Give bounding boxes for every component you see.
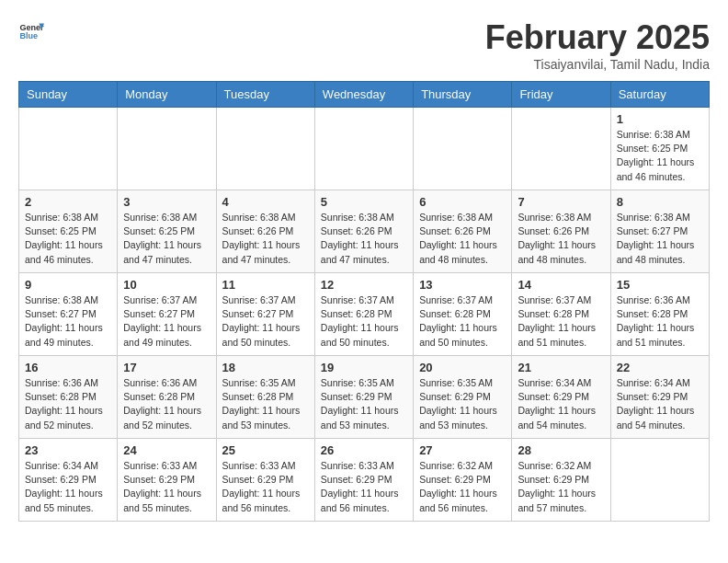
day-info-10: Sunrise: 6:37 AMSunset: 6:27 PMDaylight:… [123,293,210,350]
day-cell-20: 20Sunrise: 6:35 AMSunset: 6:29 PMDayligh… [414,356,512,439]
day-info-16: Sunrise: 6:36 AMSunset: 6:28 PMDaylight:… [25,376,111,432]
day-cell-16: 16Sunrise: 6:36 AMSunset: 6:28 PMDayligh… [19,356,118,439]
week-row-1: 1Sunrise: 6:38 AMSunset: 6:25 PMDaylight… [19,108,710,190]
day-cell-18: 18Sunrise: 6:35 AMSunset: 6:28 PMDayligh… [216,356,314,439]
day-number-16: 16 [25,361,111,374]
weekday-header-monday: Monday [118,82,216,108]
day-number-4: 4 [222,195,309,209]
day-info-8: Sunrise: 6:38 AMSunset: 6:27 PMDaylight:… [617,211,703,267]
day-number-25: 25 [222,443,309,457]
month-title: February 2025 [485,18,710,57]
day-number-13: 13 [419,278,506,292]
day-info-11: Sunrise: 6:37 AMSunset: 6:27 PMDaylight:… [222,293,309,350]
day-number-28: 28 [518,443,604,457]
day-number-10: 10 [123,278,210,292]
day-number-14: 14 [518,278,604,292]
day-number-21: 21 [518,361,604,374]
day-info-15: Sunrise: 6:36 AMSunset: 6:28 PMDaylight:… [617,293,703,350]
week-row-3: 9Sunrise: 6:38 AMSunset: 6:27 PMDaylight… [19,273,710,356]
week-row-2: 2Sunrise: 6:38 AMSunset: 6:25 PMDaylight… [19,190,710,273]
empty-cell [414,108,512,190]
day-info-19: Sunrise: 6:35 AMSunset: 6:29 PMDaylight:… [321,376,407,432]
logo: General Blue [18,18,44,44]
day-info-14: Sunrise: 6:37 AMSunset: 6:28 PMDaylight:… [518,293,604,350]
day-cell-4: 4Sunrise: 6:38 AMSunset: 6:26 PMDaylight… [216,190,314,273]
calendar-table: SundayMondayTuesdayWednesdayThursdayFrid… [18,81,710,522]
day-info-5: Sunrise: 6:38 AMSunset: 6:26 PMDaylight:… [321,211,407,267]
day-info-24: Sunrise: 6:33 AMSunset: 6:29 PMDaylight:… [123,459,210,515]
day-number-18: 18 [222,361,309,374]
day-number-27: 27 [419,443,506,457]
empty-cell [118,108,216,190]
day-cell-26: 26Sunrise: 6:33 AMSunset: 6:29 PMDayligh… [314,439,413,522]
day-info-4: Sunrise: 6:38 AMSunset: 6:26 PMDaylight:… [222,211,309,267]
day-number-11: 11 [222,278,309,292]
empty-cell [610,439,709,522]
day-number-6: 6 [419,195,506,209]
day-number-22: 22 [617,361,703,374]
day-number-24: 24 [123,443,210,457]
day-info-25: Sunrise: 6:33 AMSunset: 6:29 PMDaylight:… [222,459,309,515]
location-subtitle: Tisaiyanvilai, Tamil Nadu, India [485,57,710,72]
day-cell-21: 21Sunrise: 6:34 AMSunset: 6:29 PMDayligh… [512,356,610,439]
day-cell-10: 10Sunrise: 6:37 AMSunset: 6:27 PMDayligh… [118,273,216,356]
day-cell-6: 6Sunrise: 6:38 AMSunset: 6:26 PMDaylight… [414,190,512,273]
day-info-21: Sunrise: 6:34 AMSunset: 6:29 PMDaylight:… [518,376,604,432]
day-cell-13: 13Sunrise: 6:37 AMSunset: 6:28 PMDayligh… [414,273,512,356]
day-number-20: 20 [419,361,506,374]
day-info-13: Sunrise: 6:37 AMSunset: 6:28 PMDaylight:… [419,293,506,350]
day-cell-5: 5Sunrise: 6:38 AMSunset: 6:26 PMDaylight… [314,190,413,273]
day-cell-28: 28Sunrise: 6:32 AMSunset: 6:29 PMDayligh… [512,439,610,522]
day-number-19: 19 [321,361,407,374]
day-cell-19: 19Sunrise: 6:35 AMSunset: 6:29 PMDayligh… [314,356,413,439]
day-cell-7: 7Sunrise: 6:38 AMSunset: 6:26 PMDaylight… [512,190,610,273]
day-info-18: Sunrise: 6:35 AMSunset: 6:28 PMDaylight:… [222,376,309,432]
empty-cell [314,108,413,190]
week-row-5: 23Sunrise: 6:34 AMSunset: 6:29 PMDayligh… [19,439,710,522]
day-number-5: 5 [321,195,407,209]
day-number-26: 26 [321,443,407,457]
empty-cell [216,108,314,190]
day-info-28: Sunrise: 6:32 AMSunset: 6:29 PMDaylight:… [518,459,604,515]
weekday-header-sunday: Sunday [19,82,118,108]
day-info-1: Sunrise: 6:38 AMSunset: 6:25 PMDaylight:… [617,128,703,184]
day-cell-27: 27Sunrise: 6:32 AMSunset: 6:29 PMDayligh… [414,439,512,522]
week-row-4: 16Sunrise: 6:36 AMSunset: 6:28 PMDayligh… [19,356,710,439]
day-info-22: Sunrise: 6:34 AMSunset: 6:29 PMDaylight:… [617,376,703,432]
day-cell-17: 17Sunrise: 6:36 AMSunset: 6:28 PMDayligh… [118,356,216,439]
day-cell-14: 14Sunrise: 6:37 AMSunset: 6:28 PMDayligh… [512,273,610,356]
day-cell-24: 24Sunrise: 6:33 AMSunset: 6:29 PMDayligh… [118,439,216,522]
day-cell-22: 22Sunrise: 6:34 AMSunset: 6:29 PMDayligh… [610,356,709,439]
empty-cell [512,108,610,190]
day-number-7: 7 [518,195,604,209]
day-cell-15: 15Sunrise: 6:36 AMSunset: 6:28 PMDayligh… [610,273,709,356]
day-number-8: 8 [617,195,703,209]
day-number-23: 23 [25,443,111,457]
weekday-header-saturday: Saturday [610,82,709,108]
day-number-15: 15 [617,278,703,292]
day-info-3: Sunrise: 6:38 AMSunset: 6:25 PMDaylight:… [123,211,210,267]
day-cell-23: 23Sunrise: 6:34 AMSunset: 6:29 PMDayligh… [19,439,118,522]
day-info-26: Sunrise: 6:33 AMSunset: 6:29 PMDaylight:… [321,459,407,515]
title-block: February 2025 Tisaiyanvilai, Tamil Nadu,… [485,18,710,72]
day-info-9: Sunrise: 6:38 AMSunset: 6:27 PMDaylight:… [25,293,111,350]
day-info-6: Sunrise: 6:38 AMSunset: 6:26 PMDaylight:… [419,211,506,267]
day-cell-2: 2Sunrise: 6:38 AMSunset: 6:25 PMDaylight… [19,190,118,273]
day-number-2: 2 [25,195,111,209]
page-header: General Blue February 2025 Tisaiyanvilai… [18,18,710,72]
day-cell-25: 25Sunrise: 6:33 AMSunset: 6:29 PMDayligh… [216,439,314,522]
day-cell-8: 8Sunrise: 6:38 AMSunset: 6:27 PMDaylight… [610,190,709,273]
weekday-header-wednesday: Wednesday [314,82,413,108]
day-cell-3: 3Sunrise: 6:38 AMSunset: 6:25 PMDaylight… [118,190,216,273]
day-cell-11: 11Sunrise: 6:37 AMSunset: 6:27 PMDayligh… [216,273,314,356]
day-info-20: Sunrise: 6:35 AMSunset: 6:29 PMDaylight:… [419,376,506,432]
weekday-header-thursday: Thursday [414,82,512,108]
day-cell-1: 1Sunrise: 6:38 AMSunset: 6:25 PMDaylight… [610,108,709,190]
day-number-1: 1 [617,112,703,126]
day-info-2: Sunrise: 6:38 AMSunset: 6:25 PMDaylight:… [25,211,111,267]
day-info-17: Sunrise: 6:36 AMSunset: 6:28 PMDaylight:… [123,376,210,432]
day-number-9: 9 [25,278,111,292]
day-info-27: Sunrise: 6:32 AMSunset: 6:29 PMDaylight:… [419,459,506,515]
day-info-7: Sunrise: 6:38 AMSunset: 6:26 PMDaylight:… [518,211,604,267]
day-number-3: 3 [123,195,210,209]
